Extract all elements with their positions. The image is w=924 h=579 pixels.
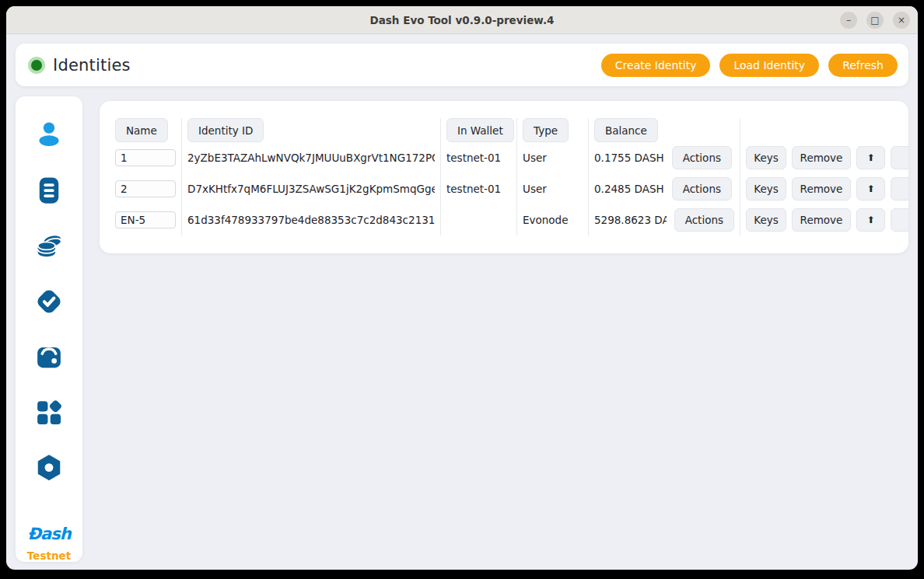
tools-hexnut-icon — [33, 452, 65, 485]
column-divider — [516, 118, 517, 235]
header-name[interactable]: Name — [115, 118, 168, 142]
contracts-document-icon — [33, 174, 65, 207]
keys-button[interactable]: Keys — [746, 177, 786, 201]
name-input[interactable] — [115, 180, 176, 197]
keys-button[interactable]: Keys — [746, 208, 786, 232]
window-controls: – □ × — [840, 12, 910, 29]
clipped-button[interactable] — [891, 177, 908, 201]
balance-value: 0.1755 DASH — [594, 152, 664, 164]
actions-button[interactable]: Actions — [674, 208, 734, 232]
remove-button[interactable]: Remove — [792, 146, 851, 169]
column-divider — [740, 118, 740, 235]
identity-person-icon — [33, 118, 65, 151]
refresh-button[interactable]: Refresh — [828, 54, 898, 77]
move-up-button[interactable]: ⬆ — [856, 177, 885, 201]
identity-id-cell: 61d33f478933797be4de88353c7c2d843c21310f… — [187, 214, 435, 226]
content-area: Ðash Testnet Name Identity ID In Wallet … — [16, 96, 908, 562]
clipped-button[interactable] — [891, 146, 908, 169]
up-arrow-icon: ⬆ — [866, 215, 874, 225]
network-status-icon — [28, 57, 45, 74]
apps-grid-icon — [33, 396, 65, 429]
sidebar: Ðash Testnet — [16, 96, 82, 562]
name-input[interactable] — [115, 211, 176, 228]
maximize-icon: □ — [870, 16, 879, 25]
sidebar-item-apps[interactable] — [32, 396, 66, 431]
identities-table-card: Name Identity ID In Wallet Type Balance … — [100, 101, 908, 253]
window-title: Dash Evo Tool v0.9.0-preview.4 — [370, 14, 555, 26]
balance-value: 0.2485 DASH — [594, 183, 664, 195]
dash-logo[interactable]: Ðash — [27, 525, 70, 543]
column-divider — [440, 118, 441, 235]
header-type[interactable]: Type — [523, 118, 569, 142]
remove-button[interactable]: Remove — [792, 208, 851, 232]
up-arrow-icon: ⬆ — [866, 183, 874, 194]
in-wallet-cell: testnet-01 — [446, 152, 511, 164]
close-icon: × — [898, 16, 905, 25]
sidebar-item-tools[interactable] — [32, 452, 66, 486]
balance-cell: 0.2485 DASH Actions — [594, 177, 734, 201]
page-header: Identities Create Identity Load Identity… — [16, 44, 908, 86]
header-in-wallet[interactable]: In Wallet — [446, 118, 514, 142]
load-identity-button[interactable]: Load Identity — [719, 54, 819, 77]
column-divider — [588, 118, 589, 235]
sidebar-item-wallet[interactable] — [32, 340, 66, 375]
wallet-icon — [33, 341, 65, 374]
remove-button[interactable]: Remove — [792, 177, 851, 201]
type-cell: User — [523, 152, 583, 164]
keys-button[interactable]: Keys — [746, 146, 786, 169]
minimize-button[interactable]: – — [840, 12, 857, 29]
app-window: Dash Evo Tool v0.9.0-preview.4 – □ × Ide… — [6, 6, 918, 570]
identity-id-cell: 2yZbE3TAZAhLwNVQk7JMUUuBXgrVt1NG172PGjeU… — [187, 152, 435, 164]
in-wallet-cell: testnet-01 — [446, 183, 511, 195]
create-identity-button[interactable]: Create Identity — [601, 54, 711, 77]
type-cell: User — [523, 183, 583, 195]
sidebar-item-identities[interactable] — [32, 117, 66, 152]
sidebar-item-tokens[interactable] — [32, 228, 66, 263]
network-label[interactable]: Testnet — [27, 549, 71, 562]
actions-button[interactable]: Actions — [672, 146, 732, 169]
up-arrow-icon: ⬆ — [866, 152, 874, 163]
proofs-check-icon — [33, 285, 65, 318]
actions-button[interactable]: Actions — [672, 177, 732, 201]
balance-cell: 0.1755 DASH Actions — [594, 146, 734, 169]
maximize-button[interactable]: □ — [866, 12, 884, 29]
name-input[interactable] — [115, 149, 176, 166]
type-cell: Evonode — [523, 214, 583, 226]
sidebar-item-proofs[interactable] — [32, 284, 66, 319]
move-up-button[interactable]: ⬆ — [856, 146, 885, 169]
move-up-button[interactable]: ⬆ — [856, 208, 885, 232]
header-balance[interactable]: Balance — [594, 118, 658, 142]
clipped-button[interactable] — [891, 208, 908, 232]
titlebar: Dash Evo Tool v0.9.0-preview.4 – □ × — [6, 6, 918, 34]
page-title: Identities — [53, 56, 131, 75]
balance-cell: 5298.8623 DASH Actions — [594, 208, 734, 232]
identity-id-cell: D7xKHtfx7qM6FLUJ3ZSAwSG1jK2gKpmSmqGgevhd… — [187, 183, 435, 195]
column-divider — [181, 118, 182, 235]
minimize-icon: – — [846, 16, 851, 25]
sidebar-item-contracts[interactable] — [32, 173, 66, 208]
header-identity-id[interactable]: Identity ID — [187, 118, 264, 142]
tokens-coins-icon — [33, 229, 65, 262]
identities-table: Name Identity ID In Wallet Type Balance … — [115, 118, 908, 235]
balance-value: 5298.8623 DASH — [594, 214, 667, 226]
close-button[interactable]: × — [893, 12, 910, 29]
